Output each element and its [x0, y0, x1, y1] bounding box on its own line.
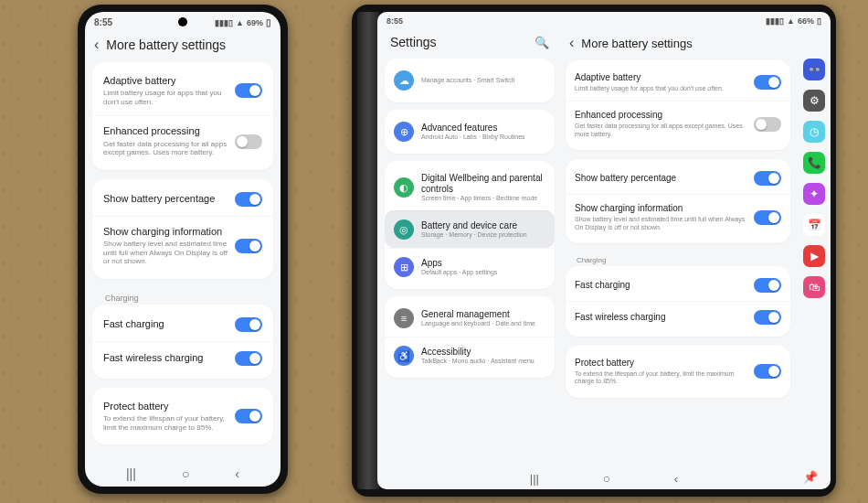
wifi-icon: ▲	[787, 16, 795, 26]
tablet-cover-spine	[357, 12, 379, 489]
setting-row[interactable]: Show battery percentage	[566, 163, 790, 194]
setting-title: Fast wireless charging	[103, 352, 228, 364]
dock-app-icon[interactable]: ⚙	[803, 90, 825, 112]
setting-row[interactable]: Protect batteryTo extend the lifespan of…	[92, 391, 273, 441]
category-subtitle: Manage accounts · Smart Switch	[421, 77, 545, 84]
settings-card: Fast chargingFast wireless charging	[566, 266, 790, 337]
category-row[interactable]: ◐Digital Wellbeing and parental controls…	[385, 165, 555, 210]
toggle-switch[interactable]	[235, 192, 262, 207]
toggle-switch[interactable]	[754, 310, 781, 325]
phone-settings-list[interactable]: Adaptive batteryLimit battery usage for …	[85, 62, 281, 459]
category-row[interactable]: ⊞AppsDefault apps · App settings	[385, 248, 555, 285]
setting-row[interactable]: Adaptive batteryLimit battery usage for …	[566, 64, 790, 101]
toggle-switch[interactable]	[235, 134, 262, 149]
category-subtitle: Storage · Memory · Device protection	[421, 231, 545, 239]
settings-card: Fast chargingFast wireless charging	[92, 305, 273, 379]
setting-title: Show battery percentage	[103, 193, 228, 205]
setting-row[interactable]: Fast charging	[92, 308, 273, 341]
dock-app-icon[interactable]: ◷	[803, 121, 825, 143]
category-title: Battery and device care	[421, 220, 545, 231]
signal-icon: ▮▮▮▯	[215, 18, 233, 27]
search-icon[interactable]: 🔍	[535, 36, 549, 49]
setting-row[interactable]: Fast charging	[566, 270, 790, 301]
setting-row[interactable]: Enhanced processingGet faster data proce…	[92, 115, 273, 166]
dock-app-icon[interactable]: 📞	[803, 152, 825, 174]
phone-device: 8:55 ▮▮▮▯ ▲ 69% ▯ ‹ More battery setting…	[78, 5, 288, 494]
edge-panel-dock[interactable]: 👓⚙◷📞✦📅▶🛍	[798, 26, 831, 466]
setting-title: Fast charging	[575, 280, 746, 291]
dock-app-icon[interactable]: 🛍	[803, 276, 825, 298]
detail-settings-list[interactable]: Adaptive batteryLimit battery usage for …	[564, 60, 792, 466]
dock-app-icon[interactable]: ▶	[803, 245, 825, 267]
category-row[interactable]: ☁Manage accounts · Smart Switch	[385, 62, 555, 99]
category-card: ≡General managementLanguage and keyboard…	[385, 296, 555, 378]
setting-title: Protect battery	[103, 401, 228, 412]
setting-row[interactable]: Show charging informationShow battery le…	[566, 194, 790, 240]
category-card: ☁Manage accounts · Smart Switch	[385, 59, 555, 102]
setting-row[interactable]: Show battery percentage	[92, 183, 273, 216]
settings-master-pane: Settings 🔍 ☁Manage accounts · Smart Swit…	[377, 26, 560, 466]
category-subtitle: Android Auto · Labs · Bixby Routines	[421, 134, 545, 141]
dock-app-icon[interactable]: 📅	[803, 214, 825, 236]
setting-subtitle: Limit battery usage for apps that you do…	[103, 89, 228, 106]
category-card: ⊕Advanced featuresAndroid Auto · Labs · …	[385, 110, 555, 154]
status-time: 8:55	[94, 17, 112, 27]
setting-title: Show battery percentage	[575, 173, 746, 184]
setting-title: Fast wireless charging	[575, 312, 746, 323]
toggle-switch[interactable]	[754, 210, 781, 225]
toggle-switch[interactable]	[754, 278, 781, 293]
toggle-switch[interactable]	[754, 364, 781, 379]
toggle-switch[interactable]	[235, 83, 262, 98]
back-icon[interactable]: ‹	[94, 37, 99, 53]
setting-title: Adaptive battery	[103, 75, 228, 87]
setting-row[interactable]: Fast wireless charging	[92, 341, 273, 375]
tablet-screen: 8:55 ▮▮▮▯ ▲ 66% ▯ Settings 🔍 ☁Manage acc…	[377, 12, 831, 489]
dock-app-icon[interactable]: 👓	[803, 59, 825, 80]
category-icon: ♿	[394, 346, 414, 366]
battery-icon: ▯	[817, 16, 821, 26]
nav-back-icon[interactable]: ‹	[674, 472, 678, 486]
tablet-status-bar: 8:55 ▮▮▮▯ ▲ 66% ▯	[377, 12, 831, 26]
signal-icon: ▮▮▮▯	[766, 16, 784, 26]
wifi-icon: ▲	[236, 18, 244, 27]
setting-row[interactable]: Adaptive batteryLimit battery usage for …	[92, 66, 273, 115]
category-title: Digital Wellbeing and parental controls	[421, 173, 545, 194]
setting-row[interactable]: Show charging informationShow battery le…	[92, 216, 273, 275]
pin-icon[interactable]: 📌	[803, 470, 818, 484]
nav-home-icon[interactable]: ○	[182, 466, 189, 481]
setting-row[interactable]: Protect batteryTo extend the lifespan of…	[566, 349, 790, 394]
settings-header: Settings 🔍	[385, 29, 555, 59]
setting-subtitle: To extend the lifespan of your battery, …	[103, 414, 228, 432]
toggle-switch[interactable]	[754, 117, 781, 132]
setting-row[interactable]: Enhanced processingGet faster data proce…	[566, 101, 790, 146]
setting-row[interactable]: Fast wireless charging	[566, 301, 790, 333]
nav-recent-icon[interactable]: |||	[530, 472, 539, 486]
category-subtitle: Default apps · App settings	[421, 269, 545, 276]
category-row[interactable]: ◎Battery and device careStorage · Memory…	[385, 210, 555, 248]
nav-back-icon[interactable]: ‹	[235, 466, 239, 481]
category-row[interactable]: ⊕Advanced featuresAndroid Auto · Labs · …	[385, 113, 555, 150]
category-card: ◐Digital Wellbeing and parental controls…	[385, 161, 555, 289]
dock-app-icon[interactable]: ✦	[803, 183, 825, 205]
category-row[interactable]: ♿AccessibilityTalkBack · Mono audio · As…	[385, 337, 555, 374]
toggle-switch[interactable]	[235, 239, 262, 253]
battery-percent: 66%	[798, 16, 814, 26]
category-title: Advanced features	[421, 123, 545, 134]
setting-title: Show charging information	[575, 203, 746, 214]
tablet-nav-bar: ||| ○ ‹ 📌	[377, 466, 831, 489]
toggle-switch[interactable]	[235, 317, 262, 332]
setting-title: Fast charging	[103, 318, 228, 330]
battery-icon: ▯	[266, 17, 271, 27]
toggle-switch[interactable]	[754, 75, 781, 90]
camera-punch-hole	[178, 17, 187, 27]
nav-recent-icon[interactable]: |||	[126, 466, 136, 481]
category-icon: ☁	[394, 70, 414, 91]
toggle-switch[interactable]	[235, 409, 262, 423]
setting-subtitle: Limit battery usage for apps that you do…	[575, 85, 746, 92]
settings-category-list[interactable]: ☁Manage accounts · Smart Switch⊕Advanced…	[385, 59, 555, 385]
nav-home-icon[interactable]: ○	[603, 472, 610, 486]
back-icon[interactable]: ‹	[569, 35, 574, 51]
toggle-switch[interactable]	[235, 351, 262, 366]
category-row[interactable]: ≡General managementLanguage and keyboard…	[385, 300, 555, 337]
toggle-switch[interactable]	[754, 171, 781, 186]
